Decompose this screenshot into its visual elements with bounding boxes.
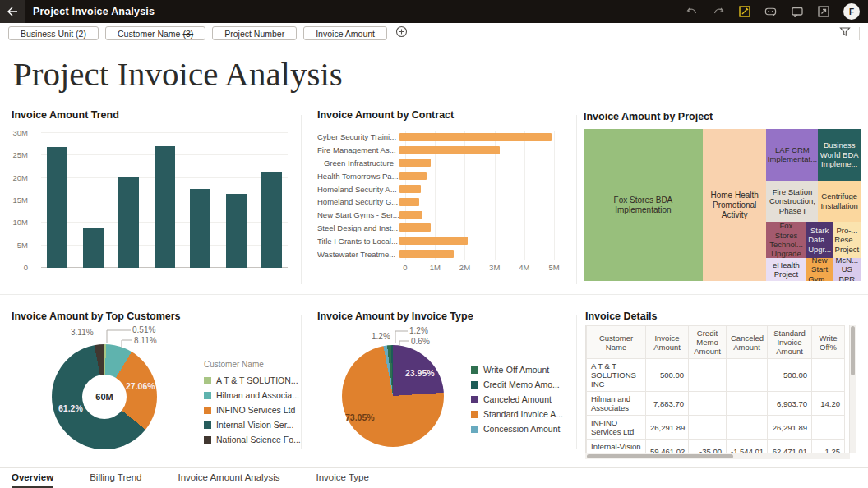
table-row[interactable]: A T & T SOLUTIONS INC500.00500.00 [587,359,845,392]
bar[interactable] [399,172,427,180]
treemap-cell[interactable]: Fox Stores Technol... Upgrade [766,222,806,258]
x-axis: 01M2M3M4M5M [405,260,556,270]
filter-chip[interactable]: Customer Name(3) [105,26,205,40]
avatar[interactable]: F [843,3,860,20]
filter-icon[interactable] [839,26,851,41]
pie-circle[interactable] [342,345,444,447]
bar[interactable] [399,146,500,154]
y-axis-label: 15M [3,196,28,205]
table-cell [812,359,845,392]
app-title: Project Invoice Analysis [33,6,155,17]
chart-invoice-amount-by-contract: Invoice Amount by Contract Cyber Securit… [317,109,564,287]
treemap-cell[interactable]: Fire Station Construction, Phase I [766,181,818,222]
chart-invoice-amount-by-top-customers: Invoice Amount by Top Customers 60M3.11%… [12,311,299,458]
col-divider [576,315,577,449]
bar[interactable] [83,228,104,268]
legend-item[interactable]: A T & T SOLUTION... [204,375,301,385]
chart-invoice-amount-by-invoice-type: Invoice Amount by Invoice Type 1.2%1.2%0… [317,311,572,458]
open-window-icon[interactable] [817,6,829,18]
treemap-cell[interactable]: Centrifuge Installation [818,181,861,222]
bar[interactable] [118,177,139,268]
filter-chip[interactable]: Business Unit (2) [8,26,99,40]
y-axis-label: 10M [3,218,28,227]
table-cell: -35.00 [689,440,727,453]
column-header: Invoice Amount [646,326,689,359]
data-label: 0.6% [411,337,430,346]
bar-track [399,185,556,193]
legend-item[interactable]: Standard Invoice A... [471,409,563,419]
table-cell: 6,903.70 [768,392,812,416]
treemap-cell[interactable]: Pro-... Rese... Project [833,222,861,258]
table-cell: Hilman and Associates [587,392,646,416]
treemap-cell[interactable]: New Start Gym... [806,258,833,281]
add-filter-button[interactable] [395,25,408,41]
table-row[interactable]: INFINO Services Ltd26,291.8926,291.89 [587,416,845,440]
bar[interactable] [399,159,431,167]
donut-chart[interactable]: 60M3.11%0.51%8.11%27.06%61.2% [12,311,201,458]
bar[interactable] [399,237,468,245]
x-axis-label: 3M [489,263,500,272]
legend-item[interactable]: Credit Memo Amo... [471,380,563,389]
pie-chart[interactable]: 1.2%1.2%0.6%23.95%73.05% [317,311,465,458]
tab-overview[interactable]: Overview [12,468,53,488]
column-header: Canceled Amount [727,326,768,359]
redo-icon[interactable] [712,6,724,18]
legend-label: National Science Fo... [216,435,301,444]
legend-item[interactable]: Concession Amount [471,424,563,434]
legend-item[interactable]: Hilman and Associa... [204,390,301,400]
bars-container [44,132,284,268]
bar[interactable] [155,146,175,269]
edit-icon[interactable] [738,6,750,18]
bar[interactable] [47,147,67,268]
treemap-cell[interactable]: Business World BDA Impleme... [818,129,861,181]
data-label: 0.51% [132,325,155,334]
back-arrow-icon [7,7,18,16]
bottom-tab-bar: OverviewBilling TrendInvoice Amount Anal… [0,467,868,488]
category-label: Cyber Security Traini... [317,132,399,141]
bar-track [399,133,556,141]
bar[interactable] [399,223,431,232]
x-axis-label: 1M [430,263,441,272]
horizontal-scrollbar[interactable] [585,453,850,459]
tab-billing-trend[interactable]: Billing Trend [90,468,141,488]
treemap-cell[interactable]: Home Health Promotional Activity [703,129,767,281]
bar-track [399,223,556,232]
bar[interactable] [399,211,422,219]
legend-label: A T & T SOLUTION... [216,375,298,385]
table-cell [689,392,727,416]
legend: Customer NameA T & T SOLUTION...Hilman a… [204,360,301,449]
filter-chip[interactable]: Invoice Amount [303,26,387,40]
treemap-cell[interactable]: McN... US BPR [833,258,861,281]
treemap-cell[interactable]: Stark Data... Upgr... [806,222,833,258]
legend-item[interactable]: Canceled Amount [471,394,563,404]
bar[interactable] [399,198,419,206]
table-row[interactable]: Hilman and Associates7,883.706,903.7014.… [587,392,845,416]
legend-item[interactable]: National Science Fo... [204,435,301,444]
bar[interactable] [190,189,210,268]
legend-item[interactable]: Internal-Vision Ser... [204,420,301,430]
bar[interactable] [261,172,282,268]
table-row[interactable]: Internal-Vision Services59,461.02-35.00-… [587,440,845,453]
filter-chip[interactable]: Project Number [212,26,297,40]
treemap-cell[interactable]: eHealth Project [766,258,806,281]
assistant-icon[interactable] [764,6,777,18]
tab-invoice-type[interactable]: Invoice Type [316,468,368,488]
undo-icon[interactable] [686,6,698,18]
treemap-cell[interactable]: LAF CRM Implementat... [766,129,818,181]
category-label: Homeland Security G... [317,197,399,206]
bar[interactable] [399,133,552,141]
table-cell [727,416,768,440]
tab-invoice-amount-analysis[interactable]: Invoice Amount Analysis [178,468,279,488]
treemap-cell[interactable]: Fox Stores BDA Implementation [584,129,703,281]
legend-item[interactable]: Write-Off Amount [471,365,563,375]
vertical-scrollbar[interactable] [850,325,856,453]
bar[interactable] [399,250,454,258]
comment-icon[interactable] [791,6,803,18]
back-button[interactable] [0,0,25,23]
legend-item[interactable]: INFINO Services Ltd [204,405,301,415]
hbar-chart-plot: Cyber Security Traini...Fire Management … [317,131,556,270]
bar[interactable] [226,194,247,268]
category-label: New Start Gyms - Ser... [317,210,399,219]
bar[interactable] [399,185,421,193]
data-label: 1.2% [372,332,390,341]
